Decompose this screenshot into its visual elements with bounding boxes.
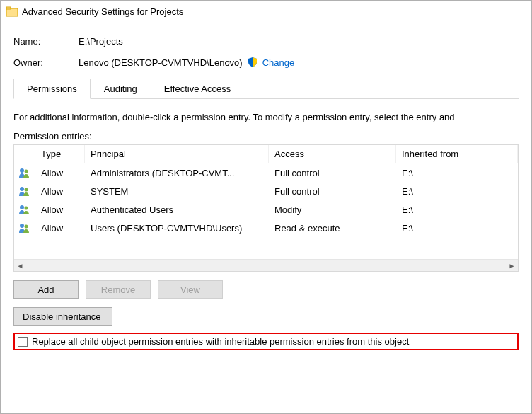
replace-checkbox-label: Replace all child object permission entr… <box>32 336 409 347</box>
users-icon <box>14 221 35 235</box>
disable-inheritance-button[interactable]: Disable inheritance <box>13 307 112 326</box>
table-row[interactable]: AllowAuthenticated UsersModifyE:\ <box>14 200 518 219</box>
svg-point-9 <box>25 225 28 229</box>
owner-value: Lenovo (DESKTOP-CVMTVHD\Lenovo) <box>79 57 243 68</box>
scroll-left-arrow[interactable]: ◄ <box>14 260 26 272</box>
cell-inherited: E:\ <box>396 222 518 235</box>
table-body: AllowAdministrators (DESKTOP-CVMT...Full… <box>14 163 518 259</box>
name-row: Name: E:\Projects <box>13 36 519 47</box>
svg-point-7 <box>25 207 28 210</box>
cell-access: Full control <box>269 185 396 198</box>
scroll-right-arrow[interactable]: ► <box>506 260 518 272</box>
svg-point-6 <box>20 205 24 209</box>
folder-icon <box>6 6 18 18</box>
tab-effective-access[interactable]: Effective Access <box>151 79 244 99</box>
svg-point-3 <box>25 170 28 173</box>
cell-inherited: E:\ <box>396 203 518 217</box>
table-header: Type Principal Access Inherited from <box>14 145 518 163</box>
tab-permissions[interactable]: Permissions <box>13 79 91 99</box>
svg-point-2 <box>20 168 24 173</box>
svg-rect-0 <box>6 8 18 16</box>
add-button[interactable]: Add <box>13 280 79 299</box>
tab-auditing[interactable]: Auditing <box>91 79 151 99</box>
window-title: Advanced Security Settings for Projects <box>22 6 183 17</box>
cell-principal: Administrators (DESKTOP-CVMT... <box>85 166 269 180</box>
cell-access: Full control <box>269 166 396 180</box>
cell-inherited: E:\ <box>396 166 518 180</box>
change-owner-link[interactable]: Change <box>262 57 295 68</box>
cell-access: Read & execute <box>269 222 396 235</box>
cell-access: Modify <box>269 203 396 217</box>
users-icon <box>14 166 35 180</box>
table-row[interactable]: AllowUsers (DESKTOP-CVMTVHD\Users)Read &… <box>14 219 518 237</box>
name-label: Name: <box>13 36 79 47</box>
th-icon <box>14 145 35 163</box>
table-row[interactable]: AllowSYSTEMFull controlE:\ <box>14 182 518 200</box>
owner-row: Owner: Lenovo (DESKTOP-CVMTVHD\Lenovo) C… <box>13 57 519 68</box>
info-text: For additional information, double-click… <box>13 112 519 122</box>
button-row-2: Disable inheritance <box>13 307 519 326</box>
svg-rect-1 <box>6 7 11 9</box>
entries-label: Permission entries: <box>13 131 519 142</box>
replace-checkbox[interactable] <box>18 337 28 347</box>
permission-entries-table: Type Principal Access Inherited from All… <box>13 144 519 272</box>
titlebar: Advanced Security Settings for Projects <box>1 1 531 23</box>
svg-point-5 <box>25 188 28 192</box>
cell-principal: Users (DESKTOP-CVMTVHD\Users) <box>85 222 269 235</box>
users-icon <box>14 202 35 217</box>
cell-type: Allow <box>35 185 85 198</box>
content-area: Name: E:\Projects Owner: Lenovo (DESKTOP… <box>1 23 531 350</box>
owner-label: Owner: <box>13 57 79 68</box>
cell-type: Allow <box>35 166 85 180</box>
cell-type: Allow <box>35 222 85 235</box>
cell-inherited: E:\ <box>396 185 518 198</box>
th-type[interactable]: Type <box>35 145 85 163</box>
cell-type: Allow <box>35 203 85 217</box>
advanced-security-window: Advanced Security Settings for Projects … <box>0 0 532 414</box>
th-principal[interactable]: Principal <box>85 145 269 163</box>
svg-point-8 <box>20 224 24 228</box>
table-row[interactable]: AllowAdministrators (DESKTOP-CVMT...Full… <box>14 163 518 182</box>
button-row-1: Add Remove View <box>13 280 519 299</box>
view-button: View <box>158 280 223 299</box>
cell-principal: SYSTEM <box>85 185 269 198</box>
horizontal-scrollbar[interactable]: ◄ ► <box>14 259 518 271</box>
shield-icon <box>247 57 258 68</box>
replace-checkbox-row: Replace all child object permission entr… <box>13 333 519 350</box>
svg-point-4 <box>20 187 24 191</box>
users-icon <box>14 184 35 198</box>
remove-button: Remove <box>86 280 151 299</box>
tabs: Permissions Auditing Effective Access <box>13 78 519 99</box>
th-access[interactable]: Access <box>269 145 396 163</box>
cell-principal: Authenticated Users <box>85 203 269 217</box>
name-value: E:\Projects <box>79 36 123 47</box>
th-inherited[interactable]: Inherited from <box>396 145 518 163</box>
